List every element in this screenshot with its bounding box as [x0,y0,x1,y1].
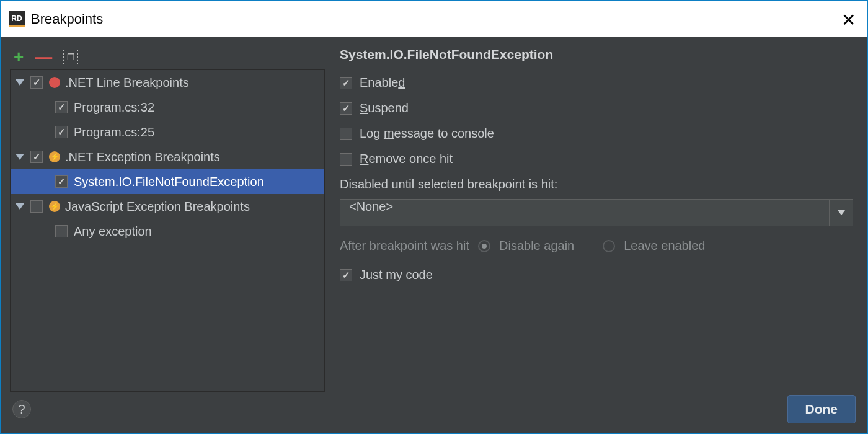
log-message-label: Log message to console [360,126,494,141]
chevron-down-icon [838,210,845,215]
item-checkbox[interactable] [55,101,68,113]
breakpoint-details-pane: System.IO.FileNotFoundException Enabled … [325,45,858,392]
tree-toolbar: + — ❐ [10,45,325,69]
group-label: .NET Line Breakpoints [65,76,189,90]
tree-item[interactable]: Program.cs:25 [11,120,324,144]
dialog-body: + — ❐ .NET Line Breakpoints Program.cs:3… [1,37,867,433]
tree-group[interactable]: ⚡ .NET Exception Breakpoints [11,144,324,169]
tree-item[interactable]: Any exception [11,219,324,244]
disclosure-icon[interactable] [16,154,24,160]
breakpoints-tree-pane: + — ❐ .NET Line Breakpoints Program.cs:3… [10,45,325,392]
leave-enabled-label: Leave enabled [624,239,705,253]
done-button[interactable]: Done [787,395,856,423]
suspend-checkbox[interactable] [340,102,352,115]
disabled-until-label: Disabled until selected breakpoint is hi… [340,177,853,192]
disabled-until-value[interactable]: <None> [340,199,830,226]
dropdown-toggle[interactable] [830,199,853,226]
after-hit-row: After breakpoint was hit Disable again L… [340,239,853,253]
item-label: System.IO.FileNotFoundException [74,175,264,189]
group-checkbox[interactable] [30,200,43,213]
item-checkbox[interactable] [55,225,68,237]
group-checkbox[interactable] [30,76,43,89]
group-checkbox[interactable] [30,151,43,163]
details-title: System.IO.FileNotFoundException [340,47,853,62]
just-my-code-checkbox[interactable] [340,269,352,281]
remove-once-hit-checkbox[interactable] [340,153,352,166]
add-breakpoint-button[interactable]: + [14,47,24,67]
content-area: + — ❐ .NET Line Breakpoints Program.cs:3… [10,45,858,392]
disable-again-radio[interactable] [478,240,490,252]
leave-enabled-radio[interactable] [603,240,615,252]
suspend-label: Suspend [360,101,409,115]
breakpoint-dot-icon [49,77,60,88]
breakpoints-dialog: RD Breakpoints ✕ + — ❐ .NET Line Breakpo… [0,0,868,434]
window-title: Breakpoints [31,11,103,27]
dialog-footer: ? Done [10,392,858,427]
app-logo: RD [9,11,25,27]
item-label: Any exception [74,224,152,239]
disabled-until-dropdown[interactable]: <None> [340,199,853,226]
enabled-label: Enabled [360,76,405,90]
after-hit-label: After breakpoint was hit [340,239,469,253]
disable-again-label: Disable again [499,239,574,253]
remove-once-hit-label: Remove once hit [360,152,453,166]
remove-once-hit-option[interactable]: Remove once hit [340,152,853,166]
suspend-option[interactable]: Suspend [340,101,853,115]
group-label: JavaScript Exception Breakpoints [65,200,250,214]
close-icon[interactable]: ✕ [841,10,856,30]
just-my-code-option[interactable]: Just my code [340,268,853,282]
exception-bolt-icon: ⚡ [49,151,60,162]
remove-breakpoint-button[interactable]: — [35,47,52,67]
help-button[interactable]: ? [12,400,31,418]
item-checkbox[interactable] [55,175,68,188]
item-label: Program.cs:32 [74,100,154,115]
tree-item[interactable]: System.IO.FileNotFoundException [11,169,324,194]
titlebar: RD Breakpoints ✕ [1,1,867,37]
exception-bolt-icon: ⚡ [49,201,60,212]
just-my-code-label: Just my code [360,268,433,282]
tree-group[interactable]: .NET Line Breakpoints [11,70,324,95]
log-message-option[interactable]: Log message to console [340,126,853,141]
enabled-option[interactable]: Enabled [340,76,853,90]
group-by-button[interactable]: ❐ [63,50,78,64]
group-label: .NET Exception Breakpoints [65,150,220,164]
item-checkbox[interactable] [55,126,68,138]
disclosure-icon[interactable] [16,203,24,210]
tree-group[interactable]: ⚡ JavaScript Exception Breakpoints [11,194,324,219]
tree-item[interactable]: Program.cs:32 [11,95,324,120]
item-label: Program.cs:25 [74,125,154,140]
log-message-checkbox[interactable] [340,128,352,140]
breakpoints-tree[interactable]: .NET Line Breakpoints Program.cs:32 Prog… [10,69,325,392]
enabled-checkbox[interactable] [340,77,352,89]
disclosure-icon[interactable] [16,79,24,86]
